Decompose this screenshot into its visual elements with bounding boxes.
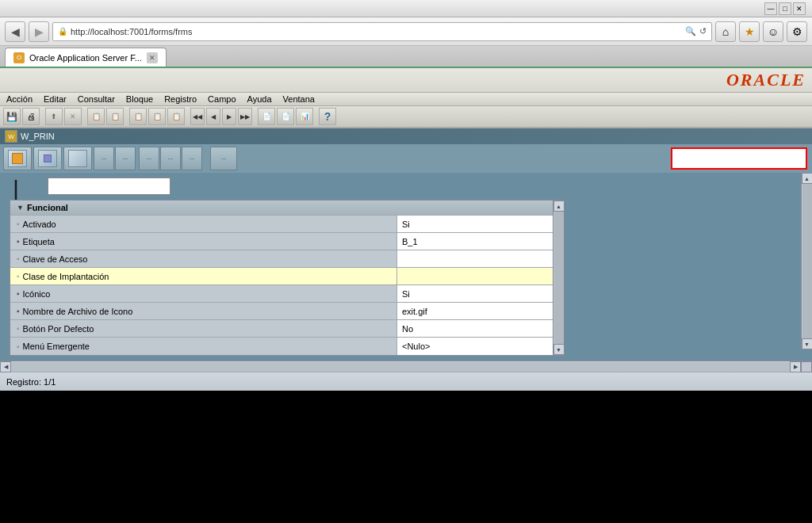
- menu-ventana[interactable]: Ventana: [283, 94, 315, 104]
- main-vscrollbar[interactable]: ▲ ▼: [801, 173, 812, 349]
- toolbar-print[interactable]: 🖨: [22, 108, 40, 125]
- toolbar-btn8[interactable]: 📋: [148, 108, 166, 125]
- toolbar-nav-first[interactable]: ◀◀: [190, 108, 205, 125]
- prop-label-archivo: ▪ Nombre de Archivo de Icono: [10, 303, 397, 319]
- search-icon: 🔍: [685, 26, 696, 36]
- icon-item-1[interactable]: [3, 147, 32, 170]
- prop-prefix-clase: ◦: [17, 272, 20, 281]
- prop-row-archivo: ▪ Nombre de Archivo de Icono exit.gif: [10, 303, 564, 320]
- vscroll-up-arrow[interactable]: ▲: [553, 200, 565, 212]
- tab-close-button[interactable]: ✕: [147, 52, 158, 63]
- close-button[interactable]: ✕: [793, 2, 806, 15]
- address-bar[interactable]: 🔒 http://localhost:7001/forms/frms 🔍 ↺: [52, 22, 712, 41]
- toolbar-btn6[interactable]: 📋: [106, 108, 124, 125]
- oracle-application: ORACLE Acción Editar Consultar Bloque Re…: [0, 68, 812, 372]
- menu-consultar[interactable]: Consultar: [78, 94, 115, 104]
- vscroll-down-arrow[interactable]: ▼: [553, 344, 565, 355]
- section-expand-icon[interactable]: ▼: [17, 204, 24, 212]
- prop-prefix-iconico: ▪: [17, 289, 20, 298]
- properties-panel: ▼ Funcional ◦ Activado Si ▪ Etiquet: [10, 200, 565, 356]
- toolbar-btn5[interactable]: 📋: [87, 108, 105, 125]
- prop-value-clave: [397, 250, 564, 267]
- bottom-hscrollbar[interactable]: ◀ ▶: [0, 361, 812, 372]
- hscroll-left-arrow[interactable]: ◀: [0, 361, 11, 372]
- prop-prefix-etiqueta: ▪: [17, 237, 20, 246]
- toolbar-btn10[interactable]: 📄: [258, 108, 275, 125]
- refresh-icon[interactable]: ↺: [699, 26, 707, 36]
- address-lock-icon: 🔒: [58, 27, 67, 36]
- toolbar-nav-prev[interactable]: ◀: [206, 108, 220, 125]
- prop-prefix-activado: ◦: [17, 220, 20, 228]
- browser-navbar: ◀ ▶ 🔒 http://localhost:7001/forms/frms 🔍…: [0, 17, 812, 46]
- vscroll-track: [554, 212, 564, 344]
- toolbar-nav-next[interactable]: ▶: [222, 108, 236, 125]
- prop-label-text-menu: Menú Emergente: [23, 342, 90, 351]
- tab-favicon: O: [13, 52, 25, 63]
- main-vscroll-up[interactable]: ▲: [802, 173, 813, 184]
- prop-label-menu: ◦ Menú Emergente: [10, 338, 397, 355]
- input-row: [8, 178, 804, 195]
- prop-label-text-iconico: Icónico: [23, 289, 51, 299]
- oracle-logo: ORACLE: [726, 70, 806, 90]
- icon-item-2[interactable]: [33, 147, 62, 170]
- wprin-container: W W_PRIN ··· ···: [0, 128, 812, 372]
- toolbar-save[interactable]: 💾: [3, 108, 21, 125]
- prop-row-etiqueta: ▪ Etiqueta B_1: [10, 233, 564, 250]
- menu-campo[interactable]: Campo: [208, 94, 236, 104]
- toolbar-help[interactable]: ?: [319, 108, 336, 125]
- menu-bloque[interactable]: Bloque: [126, 94, 153, 104]
- icon-item-3[interactable]: [63, 147, 92, 170]
- prop-label-text-activado: Activado: [23, 220, 56, 229]
- toolbar-btn11[interactable]: 📄: [277, 108, 294, 125]
- oracle-menubar: Acción Editar Consultar Bloque Registro …: [0, 93, 812, 106]
- prop-label-text-archivo: Nombre de Archivo de Icono: [23, 307, 133, 316]
- section-label: Funcional: [27, 203, 68, 212]
- home-button[interactable]: ⌂: [715, 21, 736, 42]
- toolbar-btn4[interactable]: ✕: [64, 108, 82, 125]
- menu-ayuda[interactable]: Ayuda: [247, 94, 272, 104]
- top-input-field[interactable]: [48, 178, 170, 195]
- browser-titlebar: — □ ✕: [0, 0, 812, 17]
- prop-label-text-clave: Clave de Acceso: [23, 254, 88, 264]
- prop-prefix-archivo: ▪: [17, 307, 20, 315]
- wprin-icon: W: [5, 130, 17, 143]
- prop-row-iconico: ▪ Icónico Si: [10, 285, 564, 303]
- prop-label-boton: ◦ Botón Por Defecto: [10, 320, 397, 337]
- prop-label-text-clase: Clase de Implantación: [23, 272, 109, 281]
- prop-row-boton: ◦ Botón Por Defecto No: [10, 320, 564, 338]
- status-label: Registro: 1/1: [6, 377, 56, 387]
- face-button[interactable]: ☺: [763, 21, 783, 42]
- wprin-titlebar: W W_PRIN: [0, 128, 812, 144]
- prop-value-boton: No: [397, 320, 564, 337]
- section-header-funcional: ▼ Funcional: [10, 200, 564, 216]
- hscroll-right-arrow[interactable]: ▶: [790, 361, 801, 372]
- prop-label-text-etiqueta: Etiqueta: [23, 237, 55, 246]
- oracle-header: ORACLE: [0, 68, 812, 93]
- favorites-button[interactable]: ★: [739, 21, 760, 42]
- settings-button[interactable]: ⚙: [787, 21, 807, 42]
- prop-prefix-clave: ◦: [17, 254, 20, 263]
- prop-value-archivo: exit.gif: [397, 303, 564, 319]
- menu-accion[interactable]: Acción: [6, 94, 33, 104]
- prop-value-activado: Si: [397, 216, 564, 232]
- toolbar-nav-last[interactable]: ▶▶: [238, 108, 252, 125]
- back-button[interactable]: ◀: [5, 21, 25, 42]
- main-vscroll-down[interactable]: ▼: [802, 338, 813, 349]
- menu-editar[interactable]: Editar: [44, 94, 67, 104]
- menu-registro[interactable]: Registro: [164, 94, 197, 104]
- toolbar-btn7[interactable]: 📋: [129, 108, 147, 125]
- minimize-button[interactable]: —: [764, 2, 777, 15]
- toolbar-btn9[interactable]: 📋: [167, 108, 185, 125]
- active-tab[interactable]: O Oracle Application Server F... ✕: [5, 48, 167, 67]
- right-input-box[interactable]: [671, 147, 807, 170]
- toolbar-btn12[interactable]: 📊: [296, 108, 313, 125]
- forward-button[interactable]: ▶: [29, 21, 49, 42]
- status-bar: Registro: 1/1: [0, 372, 812, 391]
- panel-vscrollbar[interactable]: ▲ ▼: [553, 200, 564, 355]
- icon-dots-1: ··· ···: [94, 147, 136, 170]
- prop-value-clase[interactable]: [397, 268, 564, 284]
- maximize-button[interactable]: □: [779, 2, 791, 15]
- prop-label-etiqueta: ▪ Etiqueta: [10, 233, 397, 250]
- prop-label-iconico: ▪ Icónico: [10, 285, 397, 302]
- toolbar-btn3[interactable]: ⬆: [45, 108, 63, 125]
